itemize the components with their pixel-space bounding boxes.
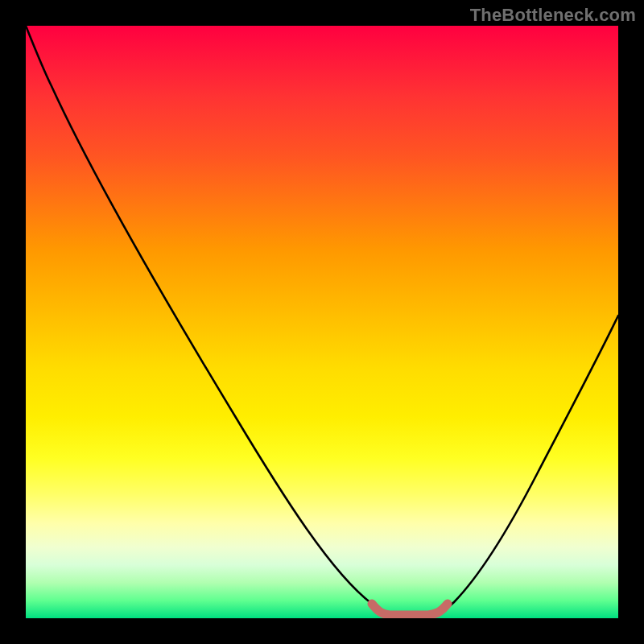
watermark-text: TheBottleneck.com [470, 5, 636, 26]
plot-area [26, 26, 618, 618]
chart-svg [26, 26, 618, 618]
bottleneck-curve-line [26, 26, 618, 616]
optimal-range-marker [372, 604, 448, 615]
chart-frame: TheBottleneck.com [0, 0, 644, 644]
